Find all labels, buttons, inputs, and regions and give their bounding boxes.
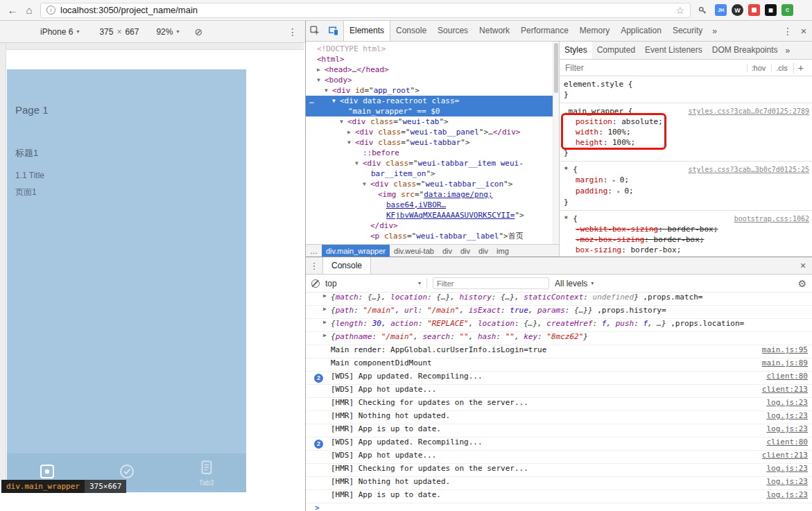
key-icon[interactable]	[698, 6, 707, 15]
console-row[interactable]: ▶{path: "/main", url: "/main", isExact: …	[306, 306, 812, 319]
styles-filter-input[interactable]	[564, 62, 745, 73]
extension-qr-icon[interactable]: ▦	[765, 4, 777, 16]
tab-sources[interactable]: Sources	[432, 21, 474, 41]
element-classes-button[interactable]: .cls	[771, 64, 792, 72]
console-row[interactable]: [HMR] App is up to date.log.js:23	[306, 490, 812, 503]
extension-w-icon[interactable]: W	[732, 4, 743, 16]
styles-subtab-event-listeners[interactable]: Event Listeners	[640, 42, 707, 59]
dom-tree-line[interactable]: ::before	[306, 148, 553, 158]
clear-console-icon[interactable]	[311, 279, 320, 288]
devtools-close-icon[interactable]: ×	[795, 25, 812, 37]
breadcrumb-item[interactable]: div	[474, 245, 492, 257]
console-row[interactable]: 2[WDS] App updated. Recompiling...client…	[306, 438, 812, 451]
twisty-down-icon[interactable]: ▼	[363, 179, 366, 189]
tab-network[interactable]: Network	[474, 21, 515, 41]
console-row[interactable]: [HMR] Checking for updates on the server…	[306, 398, 812, 411]
console-row[interactable]: [HMR] Checking for updates on the server…	[306, 464, 812, 477]
dom-tree-line[interactable]: …▼<div data-reactroot class=	[306, 96, 553, 106]
back-button[interactable]: ←	[6, 4, 19, 16]
dom-tree-line[interactable]: "main_wrapper" == $0	[306, 106, 553, 116]
source-link[interactable]: log.js:23	[766, 477, 808, 486]
console-row[interactable]: [HMR] Nothing hot updated.log.js:23	[306, 477, 812, 490]
styles-subtab-styles[interactable]: Styles	[560, 42, 592, 59]
dom-tree-line[interactable]: <!DOCTYPE html>	[306, 44, 553, 54]
devtools-menu-icon[interactable]: ⋮	[780, 26, 795, 37]
more-tabs-icon[interactable]: »	[782, 46, 793, 55]
expand-arrow-icon[interactable]: ▶	[323, 319, 327, 325]
tab-application[interactable]: Application	[615, 21, 667, 41]
source-link[interactable]: main.js:89	[762, 358, 808, 367]
throttle-icon[interactable]: ⊘	[194, 26, 202, 37]
expand-arrow-icon[interactable]: ▶	[323, 306, 327, 312]
inspect-icon[interactable]	[306, 21, 325, 41]
source-link[interactable]: log.js:23	[766, 398, 808, 407]
breadcrumb-item[interactable]: div.main_wrapper	[322, 245, 390, 257]
device-height-input[interactable]	[121, 26, 142, 38]
dom-tree-line[interactable]: ▼<body>	[306, 75, 553, 85]
console-drawer-tab[interactable]: Console	[322, 257, 371, 274]
rule-selector[interactable]: .main_wrapper	[564, 107, 623, 116]
expand-arrow-icon[interactable]: ▶	[323, 332, 327, 338]
dom-tree-line[interactable]: ▼<div class="weui-tabbar">	[306, 137, 553, 148]
tab-security[interactable]: Security	[667, 21, 708, 41]
source-link[interactable]: log.js:23	[766, 464, 808, 473]
new-style-rule-button[interactable]: +	[793, 62, 808, 73]
breadcrumb-item[interactable]: …	[306, 245, 322, 257]
console-row[interactable]: ▶{match: {…}, location: {…}, history: {……	[306, 293, 812, 306]
extension-cors-icon[interactable]: C	[781, 4, 793, 16]
dom-tree-line[interactable]: KFjbvWAqMXEAAAAASUVORK5CYII=">	[306, 210, 553, 220]
source-link[interactable]: client:213	[762, 385, 808, 394]
profile-badge-jh[interactable]: JH	[715, 4, 727, 16]
console-row[interactable]: [WDS] App hot update...client:213	[306, 385, 812, 398]
toggle-element-state-button[interactable]: :hov	[747, 64, 770, 72]
tab-elements[interactable]: Elements	[343, 21, 390, 41]
rule-selector[interactable]: *	[564, 214, 569, 223]
source-link[interactable]: log.js:23	[766, 490, 808, 499]
breadcrumb-item[interactable]: div	[438, 245, 456, 257]
console-prompt[interactable]: >	[306, 503, 812, 511]
styles-subtab-dom-breakpoints[interactable]: DOM Breakpoints	[707, 42, 783, 59]
more-tabs-icon[interactable]: »	[708, 26, 721, 36]
source-link[interactable]: client:80	[766, 372, 808, 381]
zoom-select[interactable]: 92% ▾	[156, 27, 179, 37]
console-close-icon[interactable]: ×	[794, 260, 812, 271]
console-row[interactable]: ▶{pathname: "/main", search: "", hash: "…	[306, 332, 812, 345]
device-toolbar-menu-icon[interactable]: ⋮	[286, 26, 300, 37]
breadcrumb-item[interactable]: div.weui-tab	[390, 245, 438, 257]
twisty-down-icon[interactable]: ▼	[325, 85, 328, 96]
css-property[interactable]: -webkit-box-sizing: border-box;	[564, 224, 809, 234]
home-button[interactable]: ⌂	[22, 4, 36, 16]
source-link[interactable]: client:213	[762, 451, 808, 460]
stylesheet-link[interactable]: styles.css?3cab…0c7d0125:2789	[688, 106, 809, 116]
device-toolbar-toggle-icon[interactable]	[325, 21, 343, 41]
console-filter-input[interactable]	[433, 277, 549, 289]
tab-console[interactable]: Console	[390, 21, 432, 41]
twisty-down-icon[interactable]: ▼	[355, 158, 359, 168]
console-row[interactable]: [HMR] Nothing hot updated.log.js:23	[306, 411, 812, 424]
styles-subtab-computed[interactable]: Computed	[592, 42, 640, 59]
attribute-value-link[interactable]: data:image/png;	[424, 190, 492, 199]
dom-tree-line[interactable]: ▶<div class="weui-tab__panel">…</div>	[306, 127, 553, 137]
css-property[interactable]: box-sizing: border-box;	[564, 245, 809, 255]
console-row[interactable]: [HMR] App is up to date.log.js:23	[306, 424, 812, 438]
tabbar-item-tab3[interactable]: Tab3	[166, 453, 246, 492]
css-property[interactable]: -moz-box-sizing: border-box;	[564, 234, 809, 245]
css-property[interactable]: width: 100%;	[564, 127, 809, 137]
dom-tree-line[interactable]: ▶<head>…</head>	[306, 64, 553, 75]
device-width-input[interactable]	[96, 26, 116, 38]
rule-selector[interactable]: *	[564, 165, 569, 174]
dom-tree-line[interactable]: ▼<div class="weui-tabbar__item weui-	[306, 158, 553, 168]
css-property[interactable]: position: absolute;	[564, 116, 809, 127]
breadcrumb-item[interactable]: div	[456, 245, 474, 257]
twisty-down-icon[interactable]: ▼	[317, 75, 320, 85]
dom-tree-line[interactable]: ▼<div id="app_root">	[306, 85, 553, 96]
twisty-down-icon[interactable]: ▼	[340, 116, 343, 127]
execution-context-select[interactable]: top ▾	[325, 279, 421, 288]
breadcrumb-item[interactable]: img	[492, 245, 513, 257]
dom-tree-line[interactable]: <img src="data:image/png;	[306, 189, 553, 200]
console-settings-icon[interactable]: ⚙	[797, 278, 806, 289]
bookmark-star-icon[interactable]: ☆	[675, 5, 684, 16]
extension-red-icon[interactable]	[748, 4, 760, 16]
twisty-down-icon[interactable]: ▼	[347, 137, 351, 148]
attribute-value-link[interactable]: base64,iVBOR…	[386, 200, 446, 209]
